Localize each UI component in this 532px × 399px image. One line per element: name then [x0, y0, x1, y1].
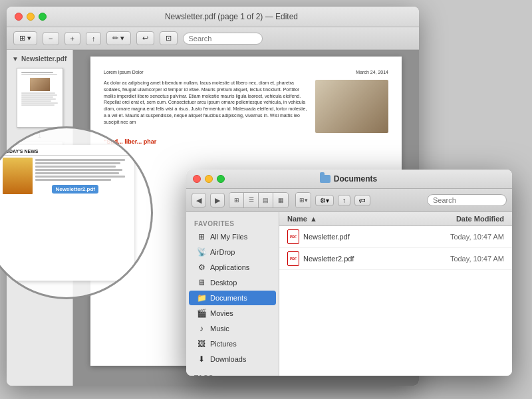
finder-window: Documents ◀ ▶ ⊞ ☰ ▤ ▦ ⊞▾ ⚙▾ ↑ 🏷 FAVORITE…: [186, 170, 512, 376]
newsletter1-name: Newsletter.pdf: [303, 233, 418, 241]
page-1-content: [17, 68, 63, 127]
share-button[interactable]: ↑: [86, 32, 102, 45]
pictures-label: Pictures: [210, 340, 237, 348]
zoom-in-button[interactable]: +: [65, 32, 80, 45]
newsletter2-date: Today, 10:47 AM: [418, 255, 504, 263]
newsletter2-badge: Newsletter2.pdf: [52, 185, 98, 194]
undo-button[interactable]: ↩: [136, 31, 154, 45]
forward-button[interactable]: ▶: [210, 193, 225, 207]
maximize-button[interactable]: [39, 13, 47, 21]
finder-traffic-lights: [193, 175, 225, 183]
view-mode-buttons: ⊞ ☰ ▤ ▦: [229, 192, 289, 208]
airdrop-label: AirDrop: [210, 248, 235, 256]
airdrop-icon: 📡: [197, 247, 206, 257]
applications-icon: ⚙: [197, 263, 206, 272]
all-my-files-icon: ⊞: [197, 232, 206, 241]
pdf-titlebar: Newsletter.pdf (page 1 of 2) — Edited: [7, 7, 419, 27]
applications-label: Applications: [210, 263, 249, 271]
sidebar-item-airdrop[interactable]: 📡 AirDrop: [189, 245, 276, 259]
downloads-icon: ⬇: [197, 354, 206, 364]
circle-text-lines: [35, 158, 130, 182]
cover-flow-button[interactable]: ▦: [273, 193, 288, 207]
sidebar-item-downloads[interactable]: ⬇ Downloads: [189, 352, 276, 366]
finder-body: FAVORITES ⊞ All My Files 📡 AirDrop ⚙ App…: [186, 212, 512, 376]
desktop-label: Desktop: [210, 279, 237, 287]
circle-image: [3, 158, 33, 194]
movies-icon: 🎬: [197, 309, 206, 318]
view-controls: ⊞ ▾: [13, 31, 37, 45]
finder-window-title: Documents: [230, 174, 467, 184]
page-1-thumbnail[interactable]: [17, 68, 63, 128]
crop-button[interactable]: ⊡: [160, 31, 178, 45]
sidebar-item-music[interactable]: ♪ Music: [189, 321, 276, 336]
finder-close-button[interactable]: [193, 175, 201, 183]
list-view-button[interactable]: ☰: [244, 193, 259, 207]
sidebar-item-movies[interactable]: 🎬 Movies: [189, 306, 276, 321]
pdf-page-header: Lorem Ipsum Dolor March 24, 2014: [104, 70, 388, 74]
group-view-buttons: ⊞▾: [295, 192, 311, 208]
sort-indicator: ▲: [310, 215, 317, 223]
pdf-body-text: Ac dolor ac adipiscing amet bibendum nul…: [104, 80, 309, 133]
name-column-header[interactable]: Name ▲: [287, 215, 418, 223]
all-my-files-label: All My Files: [210, 233, 247, 241]
edit-tags-button[interactable]: 🏷: [354, 195, 370, 206]
sidebar-item-all-my-files[interactable]: ⊞ All My Files: [189, 229, 276, 244]
tags-header: TAGS: [186, 372, 279, 376]
sidebar-item-applications[interactable]: ⚙ Applications: [189, 260, 276, 275]
pdf-toolbar: ⊞ ▾ − + ↑ ✏ ▾ ↩ ⊡: [7, 27, 419, 50]
newsletter1-icon: PDF: [287, 229, 299, 244]
pdf-two-column: Ac dolor ac adipiscing amet bibendum nul…: [104, 80, 388, 133]
newsletter2-icon: PDF: [287, 251, 299, 266]
documents-icon: 📁: [197, 293, 206, 303]
desktop-icon: 🖥: [197, 278, 206, 287]
action-button[interactable]: ⚙▾: [315, 195, 334, 206]
pdf-search-input[interactable]: [183, 33, 263, 45]
music-icon: ♪: [197, 324, 206, 333]
column-view-button[interactable]: ▤: [259, 193, 273, 207]
close-button[interactable]: [15, 13, 23, 21]
finder-maximize-button[interactable]: [217, 175, 225, 183]
finder-search-input[interactable]: [427, 194, 507, 206]
sidebar-item-documents[interactable]: 📁 Documents: [189, 291, 276, 305]
finder-titlebar: Documents: [186, 170, 512, 189]
pdf-title-left: Lorem Ipsum Dolor: [104, 70, 144, 74]
view-mode-button[interactable]: ⊞ ▾: [13, 31, 37, 45]
back-button[interactable]: ◀: [192, 193, 206, 207]
documents-label: Documents: [210, 294, 247, 302]
date-column-header[interactable]: Date Modified: [418, 215, 504, 223]
share-action-button[interactable]: ↑: [338, 195, 350, 206]
column-header: Name ▲ Date Modified: [279, 212, 512, 226]
documents-folder-icon: [320, 175, 331, 183]
finder-toolbar: ◀ ▶ ⊞ ☰ ▤ ▦ ⊞▾ ⚙▾ ↑ 🏷: [186, 189, 512, 212]
finder-file-list: PDF Newsletter.pdf Today, 10:47 AM PDF N…: [279, 226, 512, 376]
newsletter2-name: Newsletter2.pdf: [303, 255, 418, 263]
traffic-lights: [15, 13, 47, 21]
music-label: Music: [210, 325, 229, 332]
circle-inner-content: TODAY'S NEWS Newsletter2.pdf: [0, 128, 151, 297]
zoom-circle-overlay: TODAY'S NEWS Newsletter2.pdf: [0, 126, 153, 299]
annotate-button[interactable]: ✏ ▾: [106, 31, 130, 45]
sidebar-item-desktop[interactable]: 🖥 Desktop: [189, 275, 276, 290]
sidebar-item-pictures[interactable]: 🖼 Pictures: [189, 336, 276, 351]
file-row-newsletter2[interactable]: PDF Newsletter2.pdf Today, 10:47 AM: [279, 248, 512, 270]
pictures-icon: 🖼: [197, 339, 206, 348]
favorites-header: FAVORITES: [186, 217, 279, 229]
pdf-sidebar-header: ▼ Newsletter.pdf: [7, 55, 72, 65]
finder-main-panel: Name ▲ Date Modified PDF Newsletter.pdf …: [279, 212, 512, 376]
pdf-staircase-image: [315, 80, 388, 133]
file-row-newsletter1[interactable]: PDF Newsletter.pdf Today, 10:47 AM: [279, 226, 512, 248]
arrange-button[interactable]: ⊞▾: [296, 193, 311, 207]
movies-label: Movies: [210, 309, 233, 317]
downloads-label: Downloads: [210, 355, 246, 363]
newsletter1-date: Today, 10:47 AM: [418, 233, 504, 241]
pdf-date-right: March 24, 2014: [356, 70, 388, 74]
finder-sidebar: FAVORITES ⊞ All My Files 📡 AirDrop ⚙ App…: [186, 212, 279, 376]
icon-view-button[interactable]: ⊞: [229, 193, 244, 207]
pdf-window-title: Newsletter.pdf (page 1 of 2) — Edited: [52, 12, 411, 21]
zoom-out-button[interactable]: −: [43, 32, 59, 45]
circle-news-header: TODAY'S NEWS: [3, 149, 130, 156]
finder-minimize-button[interactable]: [205, 175, 213, 183]
minimize-button[interactable]: [27, 13, 35, 21]
